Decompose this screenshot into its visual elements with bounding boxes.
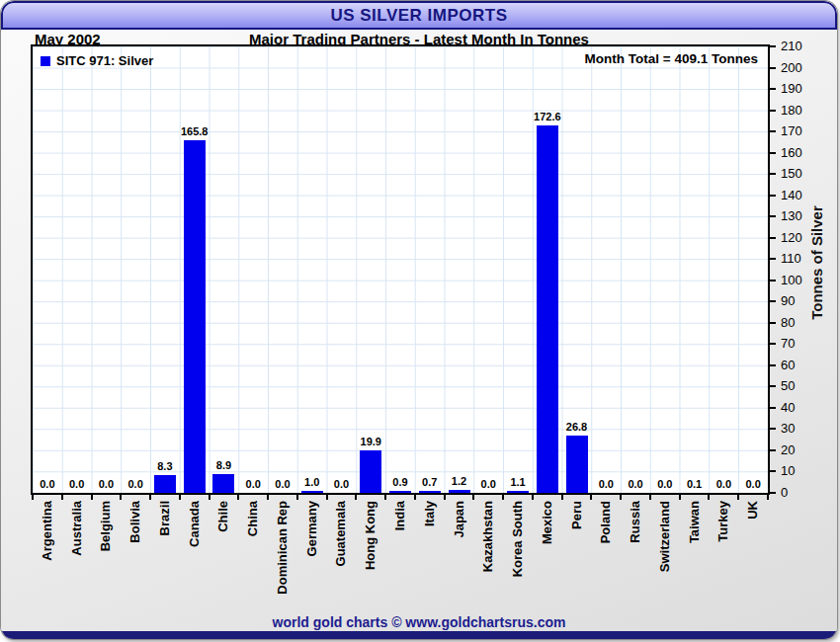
x-axis-tick — [444, 495, 446, 500]
y-axis-tick-label: 180 — [781, 103, 816, 119]
y-axis-tick — [770, 152, 776, 154]
bottom-accent-bar — [1, 631, 837, 639]
plot-area: SITC 971: Silver Month Total = 409.1 Ton… — [31, 44, 770, 495]
x-axis-label: Turkey — [716, 501, 730, 609]
y-axis-tick — [770, 45, 776, 47]
x-axis-label: Germany — [305, 501, 319, 609]
y-axis-tick-label: 190 — [781, 81, 816, 97]
legend-label: SITC 971: Silver — [56, 53, 153, 68]
y-axis-tick-label: 10 — [781, 463, 816, 479]
x-axis-label: Peru — [570, 501, 584, 609]
y-axis-tick — [770, 173, 776, 175]
y-axis-tick-label: 0 — [781, 485, 816, 501]
y-axis-tick-label: 170 — [781, 123, 816, 139]
y-axis-tick — [770, 385, 776, 387]
x-axis-label: Italy — [423, 501, 437, 609]
bar-canada — [184, 140, 206, 493]
y-axis-tick — [770, 237, 776, 239]
x-axis-tick — [296, 495, 298, 500]
x-axis-tick — [149, 495, 151, 500]
gridlines — [33, 46, 768, 493]
bar-mexico — [537, 125, 558, 493]
x-axis-label: Taiwan — [688, 501, 702, 609]
x-axis-label: Switzerland — [658, 501, 672, 609]
bar-korea-south — [507, 491, 529, 493]
bar-value-label: 8.9 — [199, 459, 248, 473]
y-axis-tick-label: 40 — [781, 400, 816, 416]
x-axis-tick — [679, 495, 681, 500]
y-axis-tick — [770, 280, 776, 281]
x-axis-tick — [708, 495, 710, 500]
x-axis-tick — [32, 495, 34, 500]
footer-credit: world gold charts © www.goldchartsrus.co… — [1, 614, 837, 630]
x-axis-label: Belgium — [99, 501, 113, 609]
y-axis-tick — [770, 407, 776, 409]
y-axis-tick — [770, 428, 776, 430]
x-axis-tick — [237, 495, 239, 500]
y-axis-tick — [770, 343, 776, 345]
x-axis-tick — [649, 495, 651, 500]
x-axis-label: Brazil — [158, 501, 172, 609]
x-axis-tick — [267, 495, 269, 500]
x-axis-label: Guatemala — [334, 501, 348, 609]
bar-value-label: 1.1 — [493, 476, 543, 490]
y-axis-tick — [770, 130, 776, 132]
x-axis-label: Argentina — [41, 501, 54, 609]
y-axis-tick — [770, 470, 776, 472]
x-axis-label: UK — [746, 501, 760, 609]
x-axis-tick — [590, 495, 592, 500]
x-axis-tick — [561, 495, 563, 500]
y-axis-tick-label: 200 — [781, 60, 816, 76]
y-axis-tick-label: 50 — [781, 378, 816, 394]
x-axis-tick — [502, 495, 504, 500]
x-axis-tick — [767, 495, 769, 500]
y-axis-tick-label: 30 — [781, 421, 816, 437]
y-axis-tick — [770, 322, 776, 324]
x-axis-tick — [472, 495, 474, 500]
x-axis-label: Russia — [629, 501, 642, 609]
bar-italy — [419, 491, 441, 493]
y-axis-tick-label: 20 — [781, 442, 816, 458]
x-axis-tick — [414, 495, 416, 500]
month-total-annotation: Month Total = 409.1 Tonnes — [585, 51, 758, 66]
x-axis: ArgentinaAustraliaBelgiumBoliviaBrazilCa… — [33, 495, 770, 623]
chart-card: US SILVER IMPORTS May 2002 Major Trading… — [1, 1, 837, 639]
x-axis-label: Kazakhstan — [481, 501, 495, 609]
x-axis-tick — [61, 495, 63, 500]
x-axis-tick — [91, 495, 93, 500]
y-axis-title: Tonnes of Silver — [808, 199, 826, 327]
x-axis-tick — [355, 495, 357, 500]
x-axis-tick — [384, 495, 386, 500]
y-axis-tick — [770, 492, 776, 494]
y-axis-tick — [770, 364, 776, 366]
x-axis-label: Bolivia — [128, 501, 142, 609]
x-axis-label: Australia — [70, 501, 84, 609]
x-axis-tick — [209, 495, 210, 500]
x-axis-tick — [620, 495, 622, 500]
bar-value-label: 0.0 — [111, 478, 160, 492]
y-axis-tick — [770, 449, 776, 451]
x-axis-label: Mexico — [541, 501, 554, 609]
bar-value-label: 172.6 — [523, 111, 572, 124]
x-axis-label: Japan — [453, 501, 466, 609]
legend: SITC 971: Silver — [41, 53, 153, 68]
bar-value-label: 19.9 — [346, 436, 395, 449]
y-axis-tick-label: 150 — [781, 166, 816, 182]
y-axis-tick — [770, 88, 776, 90]
legend-swatch-icon — [41, 56, 50, 66]
x-axis-label: Poland — [599, 501, 613, 609]
y-axis-tick — [770, 195, 776, 197]
chart-title: US SILVER IMPORTS — [330, 6, 507, 25]
bar-value-label: 8.3 — [140, 460, 190, 474]
x-axis-label: India — [393, 501, 407, 609]
y-axis-tick-label: 160 — [781, 145, 816, 161]
x-axis-label: Hong Kong — [364, 501, 378, 609]
bar-brazil — [154, 475, 176, 493]
x-axis-label: China — [246, 501, 260, 609]
y-axis-tick — [770, 258, 776, 260]
x-axis-label: Canada — [188, 501, 202, 609]
x-axis-label: Chile — [216, 501, 230, 609]
x-axis-tick — [179, 495, 181, 500]
x-axis-tick — [532, 495, 534, 500]
y-axis-tick-label: 210 — [781, 39, 816, 54]
